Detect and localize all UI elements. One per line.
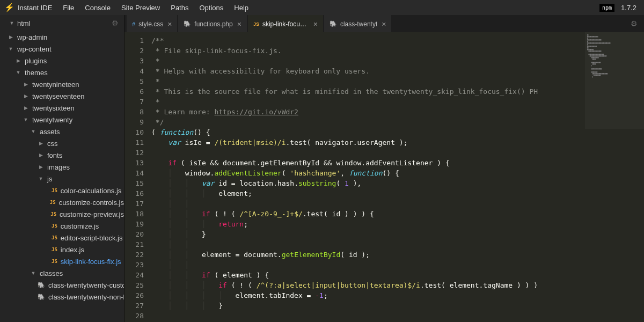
file-explorer-sidebar: ▼ html ⚙ ▶wp-admin▼wp-content▶plugins▼th… <box>0 15 125 322</box>
chevron-right-icon[interactable]: ▶ <box>23 93 29 99</box>
chevron-right-icon[interactable]: ▶ <box>23 82 29 87</box>
line-number: 5 <box>125 76 144 86</box>
line-number: 9 <box>125 117 144 127</box>
line-number: 2 <box>125 46 144 56</box>
tab-class-twentyt[interactable]: 🐘class-twentyt× <box>324 15 392 32</box>
tree-item-label: wp-content <box>17 45 52 53</box>
tree-item-color-calculations-js[interactable]: JScolor-calculations.js <box>0 185 124 196</box>
chevron-right-icon[interactable]: ▶ <box>23 105 29 111</box>
tab-skip-link-focus-fix[interactable]: JSskip-link-focus-fix× <box>248 15 323 32</box>
tree-item-classes[interactable]: ▼classes <box>0 267 124 279</box>
line-number: 12 <box>125 148 144 158</box>
code-editor[interactable]: /** * File skip-link-focus-fix.js. * * H… <box>151 32 644 322</box>
tree-item-twentysixteen[interactable]: ▶twentysixteen <box>0 102 124 114</box>
line-number: 11 <box>125 137 144 148</box>
chevron-right-icon[interactable]: ▶ <box>8 34 14 40</box>
tree-item-label: color-calculations.js <box>61 187 121 195</box>
line-number: 21 <box>125 239 144 250</box>
php-icon: 🐘 <box>184 20 191 27</box>
tree-item-customize-js[interactable]: JScustomize.js <box>0 220 124 232</box>
tab-functions-php[interactable]: 🐘functions.php× <box>178 15 247 32</box>
tab-label: functions.php <box>194 20 232 28</box>
chevron-right-icon[interactable]: ▶ <box>15 58 21 63</box>
minimap[interactable]: ██ █████████████████ █ █████████████████… <box>585 32 644 129</box>
app-logo-icon: ⚡ <box>4 3 14 12</box>
menu-site-preview[interactable]: Site Preview <box>121 4 160 12</box>
line-number: 4 <box>125 66 144 76</box>
js-icon: JS <box>52 247 57 252</box>
tab-label: class-twentyt <box>340 20 377 28</box>
line-number: 22 <box>125 250 144 260</box>
gear-icon[interactable]: ⚙ <box>631 19 638 28</box>
gear-icon[interactable]: ⚙ <box>112 19 119 27</box>
tree-item-label: twentynineteen <box>32 80 79 89</box>
line-number: 26 <box>125 290 144 301</box>
tree-item-label: plugins <box>25 57 47 65</box>
menu-options[interactable]: Options <box>199 4 223 12</box>
line-number: 17 <box>125 199 144 209</box>
chevron-down-icon[interactable]: ▼ <box>15 70 21 75</box>
tree-item-assets[interactable]: ▼assets <box>0 126 124 137</box>
chevron-down-icon[interactable]: ▼ <box>9 20 15 26</box>
tab-bar: #style.css×🐘functions.php×JSskip-link-fo… <box>125 15 644 32</box>
tree-item-class-twentytwenty-customize[interactable]: 🐘class-twentytwenty-customize <box>0 279 124 291</box>
tree-item-label: classes <box>40 269 63 277</box>
line-number: 15 <box>125 178 144 188</box>
tree-item-js[interactable]: ▼js <box>0 173 124 185</box>
tree-item-fonts[interactable]: ▶fonts <box>0 149 124 161</box>
tree-item-twentynineteen[interactable]: ▶twentynineteen <box>0 78 124 90</box>
tree-item-images[interactable]: ▶images <box>0 161 124 173</box>
version-label: 1.7.2 <box>621 4 636 12</box>
chevron-right-icon[interactable]: ▶ <box>38 164 44 170</box>
menubar: ⚡ Instant IDE FileConsoleSite PreviewPat… <box>0 0 644 15</box>
line-number: 1 <box>125 35 144 46</box>
chevron-down-icon[interactable]: ▼ <box>38 176 44 181</box>
tree-item-customize-controls-js[interactable]: JScustomize-controls.js <box>0 196 124 208</box>
chevron-down-icon[interactable]: ▼ <box>8 46 14 52</box>
close-icon[interactable]: × <box>313 20 318 28</box>
js-icon: JS <box>52 188 57 193</box>
tree-item-skip-link-focus-fix-js[interactable]: JSskip-link-focus-fix.js <box>0 255 124 267</box>
tab-label: style.css <box>138 20 163 28</box>
file-tree: ▶wp-admin▼wp-content▶plugins▼themes▶twen… <box>0 31 124 322</box>
tree-item-css[interactable]: ▶css <box>0 137 124 149</box>
tree-item-class-twentytwenty-non-latin-[interactable]: 🐘class-twentytwenty-non-latin- <box>0 291 124 303</box>
close-icon[interactable]: × <box>167 20 172 28</box>
tree-item-label: class-twentytwenty-non-latin- <box>48 293 124 301</box>
tab-style-css[interactable]: #style.css× <box>127 15 177 32</box>
close-icon[interactable]: × <box>237 20 241 28</box>
line-number: 7 <box>125 97 144 107</box>
sidebar-root-label[interactable]: html <box>17 19 31 27</box>
tree-item-wp-admin[interactable]: ▶wp-admin <box>0 31 124 43</box>
line-number: 23 <box>125 260 144 270</box>
chevron-right-icon[interactable]: ▶ <box>38 141 44 146</box>
tree-item-label: index.js <box>61 246 84 254</box>
chevron-down-icon[interactable]: ▼ <box>30 270 36 276</box>
tree-item-twentyseventeen[interactable]: ▶twentyseventeen <box>0 90 124 102</box>
tree-item-index-js[interactable]: JSindex.js <box>0 244 124 255</box>
chevron-down-icon[interactable]: ▼ <box>23 117 29 122</box>
menu-console[interactable]: Console <box>85 4 111 12</box>
menu-paths[interactable]: Paths <box>171 4 188 12</box>
line-gutter: 1234567891011121314151617181920212223242… <box>125 32 151 322</box>
js-icon: JS <box>50 200 56 205</box>
tree-item-label: skip-link-focus-fix.js <box>61 258 121 266</box>
npm-badge[interactable]: npm <box>599 4 614 12</box>
line-number: 10 <box>125 127 144 137</box>
tree-item-editor-script-block-js[interactable]: JSeditor-script-block.js <box>0 232 124 244</box>
tree-item-label: css <box>47 140 58 148</box>
tree-item-wp-content[interactable]: ▼wp-content <box>0 43 124 55</box>
menu-help[interactable]: Help <box>234 4 248 12</box>
close-icon[interactable]: × <box>382 20 386 28</box>
line-number: 16 <box>125 188 144 199</box>
chevron-right-icon[interactable]: ▶ <box>38 152 44 158</box>
tree-item-twentytwenty[interactable]: ▼twentytwenty <box>0 114 124 126</box>
chevron-down-icon[interactable]: ▼ <box>30 129 36 134</box>
tree-item-plugins[interactable]: ▶plugins <box>0 55 124 67</box>
tree-item-label: images <box>47 163 70 171</box>
menu-file[interactable]: File <box>63 4 74 12</box>
tree-item-customize-preview-js[interactable]: JScustomize-preview.js <box>0 208 124 220</box>
line-number: 8 <box>125 107 144 117</box>
tree-item-label: customize-preview.js <box>60 210 124 218</box>
tree-item-themes[interactable]: ▼themes <box>0 67 124 78</box>
